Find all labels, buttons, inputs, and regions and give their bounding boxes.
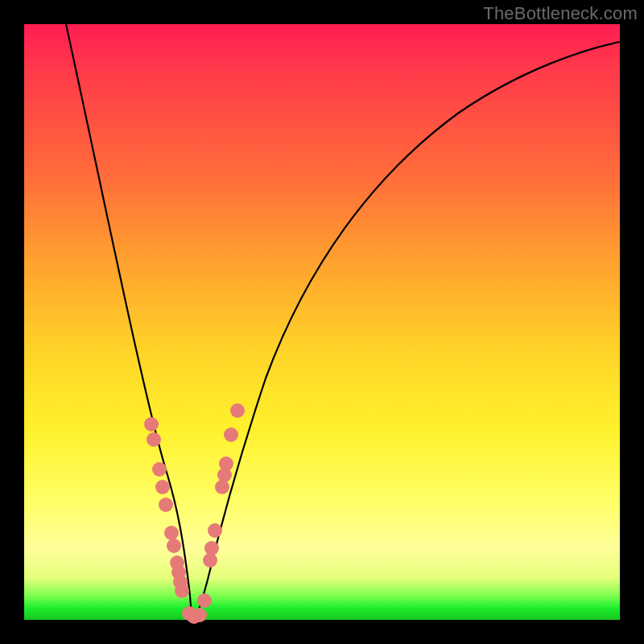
svg-point-21 — [224, 427, 238, 442]
svg-point-5 — [164, 526, 179, 540]
svg-point-3 — [155, 480, 170, 494]
svg-point-6 — [167, 539, 181, 553]
svg-point-13 — [192, 608, 207, 622]
plot-area — [24, 24, 620, 620]
svg-point-18 — [215, 480, 229, 494]
chart-frame: TheBottleneck.com — [0, 0, 644, 644]
svg-point-14 — [197, 593, 212, 608]
svg-point-20 — [219, 456, 233, 471]
svg-point-4 — [159, 497, 173, 512]
bottleneck-curve-right — [194, 42, 620, 620]
svg-point-2 — [152, 462, 167, 477]
svg-point-1 — [147, 432, 161, 447]
curve-layer — [24, 24, 620, 620]
svg-point-10 — [175, 584, 189, 598]
svg-point-0 — [144, 417, 159, 431]
svg-point-16 — [204, 541, 219, 555]
watermark-text: TheBottleneck.com — [483, 3, 638, 24]
svg-point-22 — [230, 403, 245, 418]
svg-point-17 — [208, 523, 222, 538]
highlight-dots — [144, 403, 245, 624]
